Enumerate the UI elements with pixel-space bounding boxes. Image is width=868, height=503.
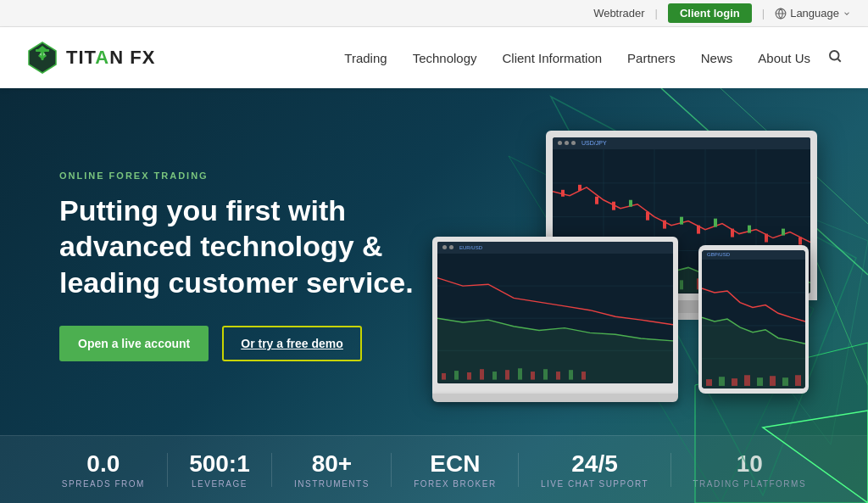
logo-text: TITAN FX: [66, 47, 155, 69]
stat-spreads: 0.0 SPREADS FROM: [62, 450, 145, 489]
tablet-screen-header: GBP/USD: [702, 250, 805, 260]
header: TITAN FX Trading Technology Client Infor…: [0, 27, 868, 88]
tablet-frame: GBP/USD: [698, 245, 809, 394]
svg-rect-63: [569, 370, 573, 379]
nav-item-news[interactable]: News: [701, 51, 733, 65]
nav-item-client-information[interactable]: Client Information: [503, 51, 603, 65]
stat-instruments-label: INSTRUMENTS: [294, 479, 370, 489]
stat-instruments-value: 80+: [294, 450, 370, 478]
chevron-down-icon: [843, 9, 851, 18]
svg-rect-58: [505, 370, 509, 379]
stat-support: 24/5 LIVE CHAT SUPPORT: [541, 450, 648, 489]
svg-rect-62: [556, 372, 560, 380]
svg-rect-3: [42, 52, 44, 60]
svg-rect-34: [748, 226, 751, 233]
svg-rect-73: [744, 375, 750, 386]
laptop-screen-header: EUR/USD: [437, 242, 673, 254]
top-bar: Webtrader | Client login | Language: [0, 0, 868, 27]
tablet-device: GBP/USD: [698, 245, 809, 394]
stat-divider-5: [670, 453, 671, 487]
globe-icon: [775, 8, 787, 20]
svg-rect-61: [543, 369, 548, 379]
laptop-device: EUR/USD: [432, 237, 678, 402]
tablet-screen: GBP/USD: [702, 250, 805, 388]
stat-ecn-label: FOREX BROKER: [414, 479, 496, 489]
stat-platforms-value: 10: [693, 450, 806, 478]
stat-platforms: 10 TRADING PLATFORMS: [693, 450, 806, 489]
hero-devices: USD/JPY: [432, 131, 826, 402]
stat-support-label: LIVE CHAT SUPPORT: [541, 479, 648, 489]
language-label: Language: [790, 7, 839, 20]
stat-spreads-value: 0.0: [62, 450, 145, 478]
main-nav: Trading Technology Client Information Pa…: [344, 51, 810, 65]
hero-headline: Putting you first with advanced technolo…: [59, 193, 415, 301]
svg-rect-36: [782, 229, 785, 236]
laptop-base: [432, 394, 678, 402]
svg-rect-24: [578, 185, 581, 191]
svg-rect-54: [454, 371, 459, 379]
hero-buttons: Open a live account Or try a free demo: [59, 326, 415, 361]
svg-rect-57: [492, 372, 497, 380]
svg-rect-64: [581, 372, 586, 380]
try-free-demo-button[interactable]: Or try a free demo: [222, 326, 362, 361]
svg-rect-2: [36, 49, 49, 52]
nav-item-technology[interactable]: Technology: [413, 51, 477, 65]
stat-spreads-label: SPREADS FROM: [62, 479, 145, 489]
svg-rect-60: [531, 372, 535, 380]
svg-rect-76: [782, 377, 788, 386]
titan-fx-logo-icon: [25, 41, 59, 75]
search-icon: [827, 48, 843, 64]
svg-rect-55: [467, 372, 471, 380]
hero-eyebrow: ONLINE FOREX TRADING: [59, 170, 415, 181]
laptop-chart: [437, 254, 673, 383]
svg-rect-31: [697, 226, 700, 234]
client-login-button[interactable]: Client login: [668, 3, 752, 23]
laptop-frame: EUR/USD: [432, 237, 678, 394]
svg-rect-70: [706, 379, 712, 386]
svg-rect-26: [612, 202, 615, 210]
svg-rect-75: [770, 376, 776, 386]
svg-rect-35: [765, 234, 768, 243]
language-selector[interactable]: Language: [775, 7, 851, 20]
svg-rect-59: [518, 368, 522, 379]
hero-section: ONLINE FOREX TRADING Putting you first w…: [0, 88, 868, 503]
webtrader-link[interactable]: Webtrader: [593, 7, 644, 20]
stat-ecn-value: ECN: [414, 450, 496, 478]
monitor-screen-header: USD/JPY: [553, 137, 810, 150]
svg-rect-45: [680, 281, 683, 290]
stat-instruments: 80+ INSTRUMENTS: [294, 450, 370, 489]
svg-rect-37: [798, 238, 802, 245]
svg-rect-72: [732, 378, 737, 386]
svg-rect-56: [480, 369, 484, 379]
stat-platforms-label: TRADING PLATFORMS: [693, 479, 806, 489]
svg-rect-33: [731, 229, 734, 238]
hero-content: ONLINE FOREX TRADING Putting you first w…: [0, 88, 868, 435]
laptop-screen: EUR/USD: [437, 242, 673, 383]
stat-leverage: 500:1 LEVERAGE: [189, 450, 250, 489]
svg-line-5: [837, 59, 840, 61]
svg-rect-27: [629, 200, 632, 207]
svg-rect-23: [561, 190, 565, 197]
hero-left: ONLINE FOREX TRADING Putting you first w…: [59, 170, 415, 362]
svg-rect-53: [442, 373, 446, 380]
stat-divider-3: [391, 453, 392, 487]
svg-rect-71: [719, 377, 725, 386]
svg-point-4: [830, 51, 839, 60]
top-bar-divider2: |: [762, 7, 765, 20]
open-live-account-button[interactable]: Open a live account: [59, 326, 209, 361]
stat-leverage-value: 500:1: [189, 450, 250, 478]
svg-rect-29: [663, 221, 666, 229]
top-bar-divider: |: [655, 7, 658, 20]
svg-rect-30: [680, 217, 683, 225]
stats-bar: 0.0 SPREADS FROM 500:1 LEVERAGE 80+ INST…: [0, 435, 868, 503]
stat-support-value: 24/5: [541, 450, 648, 478]
logo[interactable]: TITAN FX: [25, 41, 155, 75]
nav-item-partners[interactable]: Partners: [627, 51, 676, 65]
nav-item-about-us[interactable]: About Us: [758, 51, 810, 65]
svg-rect-25: [595, 197, 598, 204]
stat-leverage-label: LEVERAGE: [189, 479, 250, 489]
stat-divider-4: [518, 453, 519, 487]
stat-ecn: ECN FOREX BROKER: [414, 450, 496, 489]
search-button[interactable]: [827, 48, 843, 67]
nav-item-trading[interactable]: Trading: [344, 51, 387, 65]
